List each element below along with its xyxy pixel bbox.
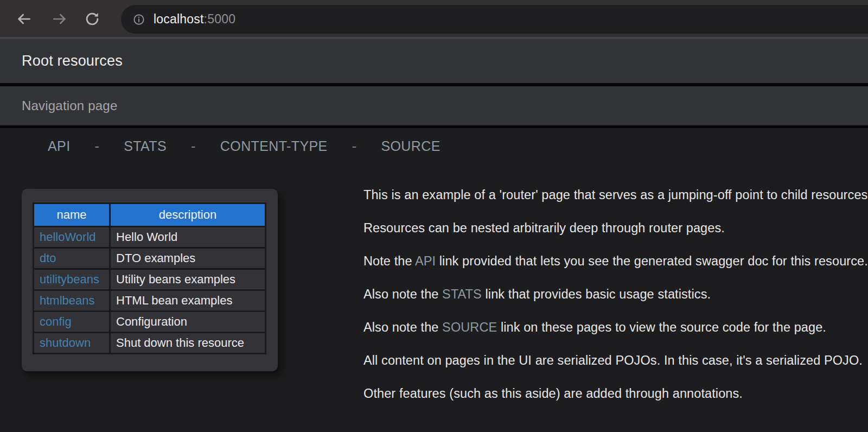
paragraph-text: link provided that lets you see the gene… [436, 254, 868, 268]
table-row: utilitybeansUtility beans examples [34, 269, 266, 290]
paragraph: Also note the SOURCE link on these pages… [363, 320, 868, 334]
resource-link-config[interactable]: config [40, 315, 72, 328]
resource-link-htmlbeans[interactable]: htmlbeans [40, 294, 95, 307]
url-bar[interactable]: localhost:5000 [121, 5, 868, 34]
cell-name: shutdown [34, 333, 110, 354]
paragraph-text: Other features (such as this aside) are … [363, 386, 743, 401]
resources-table-card: name description helloWorldHello Worlddt… [22, 189, 278, 371]
url-port: :5000 [204, 12, 236, 26]
nav-link-content-type[interactable]: CONTENT-TYPE [220, 138, 328, 154]
cell-name: dto [34, 248, 110, 269]
api-inline-link[interactable]: API [415, 254, 436, 268]
cell-description: HTML bean examples [110, 290, 266, 312]
column-header-description: description [110, 204, 266, 227]
resource-link-dto[interactable]: dto [40, 251, 56, 265]
paragraph: Other features (such as this aside) are … [363, 386, 868, 401]
table-row: dtoDTO examples [34, 248, 266, 269]
page-title-bar: Root resources [0, 39, 868, 83]
cell-description: DTO examples [110, 248, 266, 269]
paragraph-text: This is an example of a 'router' page th… [363, 188, 868, 202]
cell-description: Hello World [110, 227, 266, 248]
paragraph-text: Note the [363, 254, 415, 268]
paragraph-text: Also note the [363, 320, 442, 334]
paragraph-text: Also note the [363, 287, 442, 301]
nav-separator-dash: - [352, 138, 357, 154]
reload-icon [84, 10, 101, 28]
main-content: API-STATS-CONTENT-TYPE-SOURCE name descr… [0, 128, 868, 432]
table-row: shutdownShut down this resource [34, 333, 266, 354]
cell-description: Shut down this resource [110, 333, 266, 354]
cell-name: htmlbeans [34, 290, 110, 312]
forward-button[interactable] [50, 9, 69, 29]
back-button[interactable] [14, 9, 34, 29]
description-paragraphs: This is an example of a 'router' page th… [363, 188, 868, 420]
paragraph: All content on pages in the UI are seria… [363, 353, 868, 367]
cell-name: utilitybeans [34, 269, 110, 290]
nav-link-source[interactable]: SOURCE [381, 138, 440, 154]
resource-link-shutdown[interactable]: shutdown [40, 336, 91, 350]
column-header-name: name [34, 204, 110, 227]
nav-link-api[interactable]: API [48, 138, 71, 154]
resource-nav-links: API-STATS-CONTENT-TYPE-SOURCE [0, 128, 868, 154]
page-subtitle-bar: Navigation page [0, 86, 868, 125]
paragraph: Also note the STATS link that provides b… [363, 287, 868, 301]
page-title: Root resources [22, 53, 123, 69]
nav-link-stats[interactable]: STATS [124, 138, 167, 154]
page-subtitle: Navigation page [22, 98, 117, 113]
cell-name: helloWorld [34, 227, 110, 248]
back-arrow-icon [15, 10, 33, 28]
paragraph-text: link on these pages to view the source c… [497, 320, 826, 334]
nav-separator-dash: - [191, 138, 196, 154]
source-inline-link[interactable]: SOURCE [442, 320, 497, 334]
paragraph-text: Resources can be nested arbitrarily deep… [363, 221, 725, 235]
forward-arrow-icon [51, 10, 68, 28]
stats-inline-link[interactable]: STATS [442, 287, 482, 301]
browser-toolbar: localhost:5000 [0, 0, 868, 37]
nav-separator-dash: - [95, 138, 100, 154]
paragraph: Note the API link provided that lets you… [363, 254, 868, 268]
cell-description: Configuration [110, 312, 266, 333]
paragraph-text: All content on pages in the UI are seria… [363, 353, 863, 367]
url-text: localhost:5000 [154, 12, 235, 27]
resource-link-helloWorld[interactable]: helloWorld [40, 230, 96, 244]
table-row: htmlbeansHTML bean examples [34, 290, 266, 312]
url-host: localhost [154, 12, 204, 26]
cell-name: config [34, 312, 110, 333]
paragraph: Resources can be nested arbitrarily deep… [363, 221, 868, 235]
paragraph-text: link that provides basic usage statistic… [482, 287, 711, 301]
reload-button[interactable] [82, 9, 102, 29]
table-row: configConfiguration [34, 312, 266, 333]
cell-description: Utility beans examples [110, 269, 266, 290]
resource-link-utilitybeans[interactable]: utilitybeans [40, 272, 99, 286]
site-info-icon[interactable] [133, 14, 145, 26]
paragraph: This is an example of a 'router' page th… [363, 188, 868, 202]
resources-table: name description helloWorldHello Worlddt… [33, 202, 266, 354]
table-row: helloWorldHello World [34, 227, 266, 248]
